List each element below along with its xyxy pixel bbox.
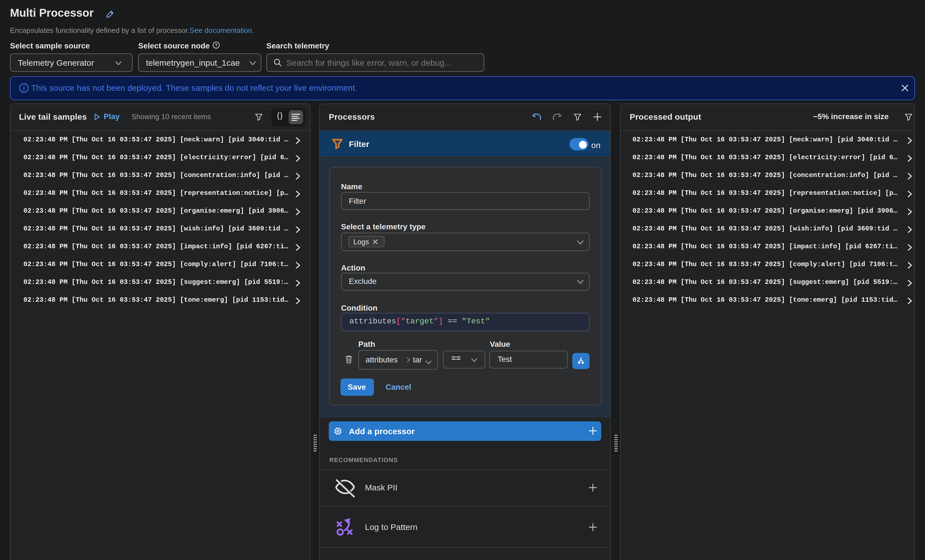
svg-text:?: ? bbox=[215, 43, 218, 48]
